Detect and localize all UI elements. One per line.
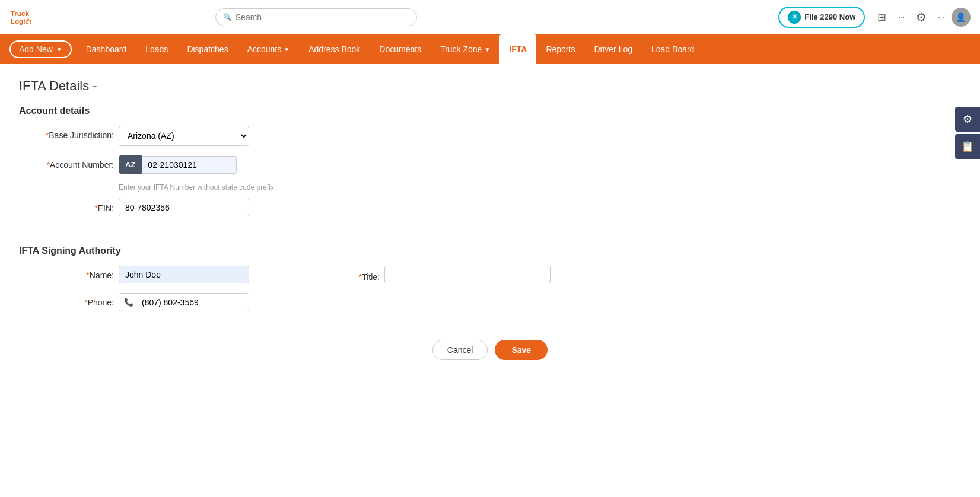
settings-icon[interactable]: ⚙ <box>912 8 931 27</box>
cancel-button[interactable]: Cancel <box>432 340 488 360</box>
base-jurisdiction-label: *Base Jurisdiction: <box>19 126 114 140</box>
nav-item-address-book[interactable]: Address Book <box>299 34 370 64</box>
nav-item-reports[interactable]: Reports <box>536 34 584 64</box>
nav-item-loads[interactable]: Loads <box>136 34 177 64</box>
add-new-button[interactable]: Add New ▼ <box>9 40 72 58</box>
accounts-chevron-icon: ▼ <box>284 46 289 53</box>
base-jurisdiction-select[interactable]: Arizona (AZ) Alabama (AL) Alaska (AK) Ca… <box>119 126 249 146</box>
ein-input[interactable] <box>119 199 249 216</box>
nav-item-ifta[interactable]: IFTA <box>499 34 536 64</box>
divider <box>19 231 961 231</box>
svg-text:Truck: Truck <box>11 9 30 17</box>
name-label: *Name: <box>19 266 114 280</box>
signing-authority-form: *Name: *Phone: 📞 *Title: <box>19 266 961 321</box>
name-input[interactable] <box>119 266 249 283</box>
nav-item-dashboard[interactable]: Dashboard <box>77 34 136 64</box>
ein-label: *EIN: <box>19 199 114 213</box>
avatar[interactable]: 👤 <box>952 8 971 27</box>
grid-icon[interactable]: ⊞ <box>872 8 891 27</box>
chevron-down-icon: ▼ <box>56 46 62 53</box>
left-col: *Name: *Phone: 📞 <box>19 266 249 321</box>
nav-item-documents[interactable]: Documents <box>370 34 431 64</box>
account-number-group: *Account Number: AZ <box>19 155 961 174</box>
phone-group: *Phone: 📞 <box>19 293 249 311</box>
title-input[interactable] <box>384 266 551 283</box>
action-row: Cancel Save <box>19 340 961 360</box>
top-right-actions: ✕ File 2290 Now ⊞ ··· ⚙ ··· 👤 <box>778 7 971 28</box>
file-2290-icon: ✕ <box>788 11 801 24</box>
file-2290-button[interactable]: ✕ File 2290 Now <box>778 7 865 28</box>
signing-authority-title: IFTA Signing Authority <box>19 246 961 256</box>
phone-input[interactable] <box>138 294 249 311</box>
ein-group: *EIN: <box>19 199 961 216</box>
nav-bar: Add New ▼ Dashboard Loads Dispatches Acc… <box>0 34 980 64</box>
top-bar: Truck Logics 🔍 ✕ File 2290 Now ⊞ ··· ⚙ ·… <box>0 0 980 34</box>
right-col: *Title: <box>285 266 551 293</box>
phone-icon: 📞 <box>119 294 138 311</box>
user-display-name: ··· <box>938 12 944 21</box>
title-group: *Title: <box>285 266 551 283</box>
nav-item-driver-log[interactable]: Driver Log <box>584 34 642 64</box>
account-number-label: *Account Number: <box>19 155 114 170</box>
search-input[interactable] <box>236 12 409 22</box>
title-label: *Title: <box>285 267 380 282</box>
nav-item-load-board[interactable]: Load Board <box>642 34 704 64</box>
name-group: *Name: <box>19 266 249 283</box>
logo[interactable]: Truck Logics <box>9 7 31 28</box>
right-side-buttons: ⚙ 📋 <box>955 107 980 159</box>
truck-zone-chevron-icon: ▼ <box>484 46 490 53</box>
base-jurisdiction-group: *Base Jurisdiction: Arizona (AZ) Alabama… <box>19 126 961 146</box>
settings-side-button[interactable]: ⚙ <box>955 107 980 132</box>
nav-item-truck-zone[interactable]: Truck Zone ▼ <box>431 34 499 64</box>
az-prefix: AZ <box>119 155 142 174</box>
nav-item-dispatches[interactable]: Dispatches <box>177 34 237 64</box>
save-button[interactable]: Save <box>495 340 548 360</box>
user-name-label: ··· <box>898 12 905 21</box>
page-title: IFTA Details - <box>19 78 961 94</box>
main-content: IFTA Details - Account details *Base Jur… <box>0 64 980 497</box>
account-number-input[interactable] <box>142 156 237 174</box>
search-icon: 🔍 <box>223 13 232 21</box>
phone-label: *Phone: <box>19 293 114 307</box>
account-number-wrap: AZ <box>119 155 237 174</box>
account-details-title: Account details <box>19 106 961 116</box>
search-bar[interactable]: 🔍 <box>215 8 417 26</box>
phone-input-wrap: 📞 <box>119 293 249 311</box>
account-number-hint: Enter your IFTA Number without state cod… <box>119 183 961 192</box>
report-side-button[interactable]: 📋 <box>955 134 980 159</box>
nav-item-accounts[interactable]: Accounts ▼ <box>238 34 300 64</box>
